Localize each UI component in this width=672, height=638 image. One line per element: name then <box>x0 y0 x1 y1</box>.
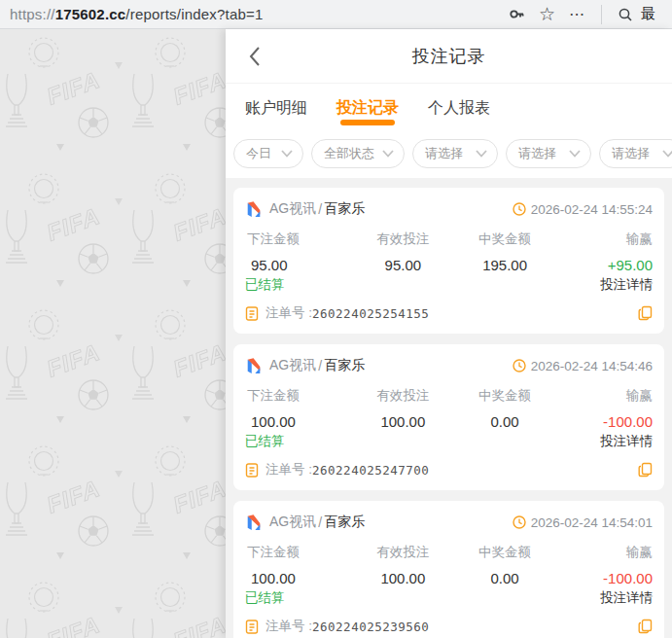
search-panel-label[interactable]: 最 <box>641 5 655 23</box>
copy-icon <box>638 462 653 478</box>
records-list[interactable]: AG视讯 / 百家乐 2026-02-24 14:55:24 下注金额 有效投注… <box>226 178 672 638</box>
order-number-value: 260224025254155 <box>312 306 429 321</box>
browser-address-bar[interactable]: https://175602.cc/reports/index?tab=1 ☆ … <box>0 0 672 29</box>
copy-order-button[interactable] <box>638 305 653 321</box>
fifa-watermark-pattern: FIFA <box>0 29 226 638</box>
bet-record-card: AG视讯 / 百家乐 2026-02-24 14:55:24 下注金额 有效投注… <box>233 188 664 334</box>
tab-account-detail[interactable]: 账户明细 <box>245 84 307 133</box>
chevron-down-icon <box>281 150 293 158</box>
filter-status-label: 全部状态 <box>324 145 374 162</box>
ag-provider-logo-icon <box>245 200 263 218</box>
col-label-valid: 有效投注 <box>352 230 454 248</box>
copy-order-button[interactable] <box>638 619 653 634</box>
tab-personal-report[interactable]: 个人报表 <box>428 84 490 133</box>
filter-select-5[interactable]: 请选择 <box>599 139 672 168</box>
url-text[interactable]: https://175602.cc/reports/index?tab=1 <box>10 6 264 22</box>
bet-timestamp: 2026-02-24 14:55:24 <box>531 202 653 217</box>
provider-game-separator: / <box>318 514 322 530</box>
search-icon[interactable] <box>618 7 633 22</box>
provider-game-separator: / <box>318 201 322 217</box>
order-number-value: 260224025247700 <box>312 463 429 478</box>
order-number-label: 注单号 : <box>265 461 312 478</box>
order-number-label: 注单号 : <box>265 618 312 635</box>
col-label-profit: 输赢 <box>555 387 653 405</box>
url-scheme: https:// <box>10 6 55 22</box>
tab-bet-records[interactable]: 投注记录 <box>336 84 399 133</box>
provider-name: AG视讯 <box>269 200 316 218</box>
bet-amount: 95.00 <box>245 257 352 273</box>
win-amount: 195.00 <box>454 257 556 273</box>
ag-provider-logo-icon <box>245 514 263 531</box>
toolbar-divider <box>601 5 602 24</box>
provider-name: AG视讯 <box>269 357 316 374</box>
col-label-bet: 下注金额 <box>245 387 352 405</box>
col-label-bet: 下注金额 <box>245 544 352 561</box>
col-label-win: 中奖金额 <box>454 230 556 248</box>
chevron-down-icon <box>569 150 581 158</box>
chevron-down-icon <box>382 150 394 158</box>
bet-timestamp: 2026-02-24 14:54:46 <box>531 359 653 373</box>
bookmark-star-icon[interactable]: ☆ <box>539 5 555 23</box>
bet-detail-link[interactable]: 投注详情 <box>600 589 653 607</box>
clock-icon <box>513 359 526 372</box>
filter-select-3-label: 请选择 <box>425 145 463 162</box>
clock-icon <box>513 515 526 529</box>
provider-game-separator: / <box>318 358 322 373</box>
game-name: 百家乐 <box>324 200 365 218</box>
back-button[interactable] <box>241 43 268 70</box>
url-path: /reports/index?tab=1 <box>125 6 263 22</box>
filter-select-4-label: 请选择 <box>518 145 556 162</box>
col-label-win: 中奖金额 <box>454 544 556 561</box>
browser-menu-icon[interactable]: ⋯ <box>569 7 585 22</box>
chevron-down-icon <box>662 150 672 158</box>
copy-icon <box>638 619 653 634</box>
bet-amount: 100.00 <box>245 413 352 430</box>
status-badge: 已结算 <box>245 276 285 294</box>
filter-date-label: 今日 <box>246 145 271 162</box>
page-title: 投注记录 <box>412 45 486 68</box>
profit-value: +95.00 <box>555 257 653 273</box>
page-background-watermark: FIFA <box>0 29 226 638</box>
ag-provider-logo-icon <box>245 357 263 374</box>
provider-name: AG视讯 <box>269 514 316 531</box>
order-document-icon <box>245 463 259 478</box>
url-host: 175602.cc <box>55 6 126 22</box>
bet-amount: 100.00 <box>245 570 352 586</box>
status-badge: 已结算 <box>245 433 285 450</box>
bet-detail-link[interactable]: 投注详情 <box>600 276 653 294</box>
valid-bet-amount: 95.00 <box>352 257 454 273</box>
filter-select-4[interactable]: 请选择 <box>506 139 591 168</box>
filter-select-3[interactable]: 请选择 <box>412 139 498 168</box>
game-name: 百家乐 <box>324 514 365 531</box>
filter-date-select[interactable]: 今日 <box>233 139 303 168</box>
col-label-valid: 有效投注 <box>352 544 454 561</box>
filter-select-5-label: 请选择 <box>612 145 650 162</box>
valid-bet-amount: 100.00 <box>352 570 454 586</box>
bet-detail-link[interactable]: 投注详情 <box>600 433 653 450</box>
col-label-bet: 下注金额 <box>245 230 352 248</box>
reports-panel: 投注记录 账户明细 投注记录 个人报表 今日 全部状态 请选择 请选择 <box>226 29 672 638</box>
chevron-down-icon <box>476 150 487 158</box>
copy-icon <box>638 305 653 321</box>
col-label-valid: 有效投注 <box>352 387 454 405</box>
bet-record-card: AG视讯 / 百家乐 2026-02-24 14:54:46 下注金额 有效投注… <box>233 344 664 490</box>
game-name: 百家乐 <box>324 357 365 374</box>
bet-record-card: AG视讯 / 百家乐 2026-02-24 14:54:01 下注金额 有效投注… <box>233 501 664 638</box>
status-badge: 已结算 <box>245 589 285 607</box>
order-number-label: 注单号 : <box>265 304 312 322</box>
clock-icon <box>513 202 526 216</box>
key-icon[interactable] <box>509 6 525 22</box>
bet-timestamp: 2026-02-24 14:54:01 <box>531 515 653 530</box>
copy-order-button[interactable] <box>638 462 653 478</box>
order-document-icon <box>245 306 259 321</box>
profit-value: -100.00 <box>555 413 653 430</box>
tab-bar: 账户明细 投注记录 个人报表 <box>226 83 672 133</box>
filter-status-select[interactable]: 全部状态 <box>311 139 405 168</box>
col-label-profit: 输赢 <box>555 544 653 561</box>
profit-value: -100.00 <box>555 570 653 586</box>
filter-bar: 今日 全部状态 请选择 请选择 请选择 <box>226 133 672 178</box>
win-amount: 0.00 <box>454 570 556 586</box>
app-header: 投注记录 <box>226 29 672 83</box>
col-label-win: 中奖金额 <box>454 387 556 405</box>
win-amount: 0.00 <box>454 413 556 430</box>
